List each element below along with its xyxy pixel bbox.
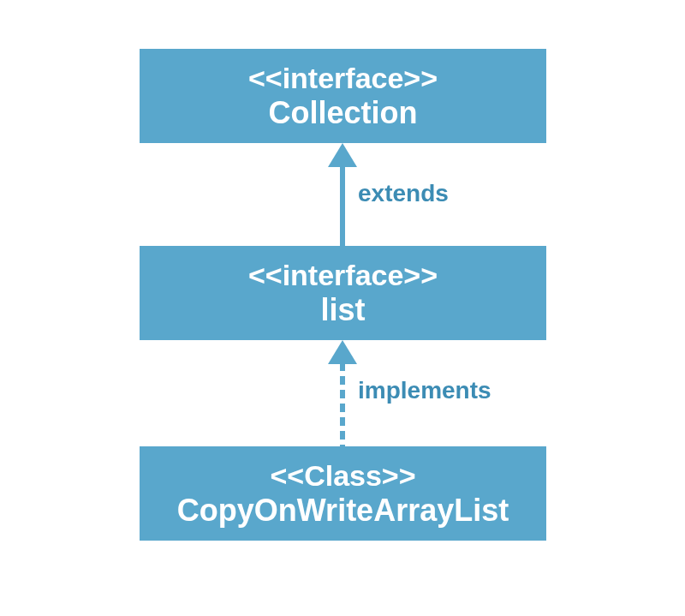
extends-label: extends xyxy=(358,180,449,207)
box-copyonwritearraylist: <<Class>> CopyOnWriteArrayList xyxy=(140,446,546,541)
extends-arrow-head xyxy=(328,143,357,167)
list-name: list xyxy=(320,292,365,327)
implements-label: implements xyxy=(358,377,491,404)
implements-arrow-head xyxy=(328,340,357,364)
list-stereotype: <<interface>> xyxy=(248,259,438,292)
extends-arrow-shaft xyxy=(340,164,345,246)
collection-stereotype: <<interface>> xyxy=(248,62,438,95)
cowal-name: CopyOnWriteArrayList xyxy=(177,493,509,528)
box-list: <<interface>> list xyxy=(140,246,546,340)
box-collection: <<interface>> Collection xyxy=(140,49,546,143)
implements-arrow-shaft xyxy=(340,362,345,446)
cowal-stereotype: <<Class>> xyxy=(270,459,415,493)
collection-name: Collection xyxy=(268,95,417,130)
